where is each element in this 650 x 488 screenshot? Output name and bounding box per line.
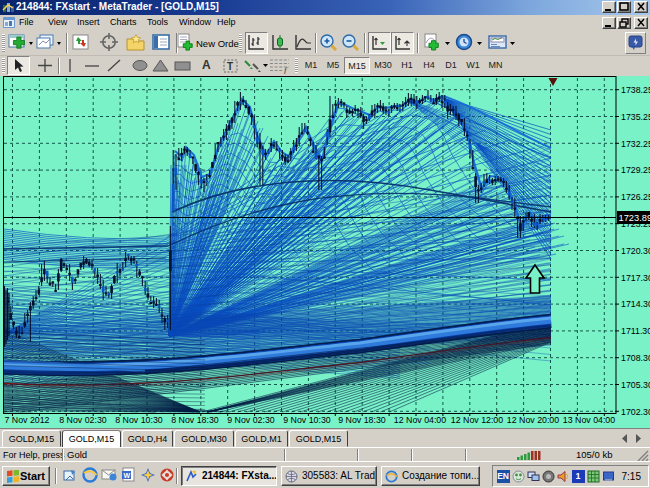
svg-text:8 Nov 18:30: 8 Nov 18:30 [171,415,219,425]
svg-text:1717.30: 1717.30 [621,273,650,283]
svg-text:1711.30: 1711.30 [621,326,650,336]
svg-text:9 Nov 18:30: 9 Nov 18:30 [338,415,386,425]
svg-text:1723.89: 1723.89 [619,213,650,223]
svg-text:9 Nov 02:30: 9 Nov 02:30 [227,415,275,425]
svg-text:f: f [284,65,288,74]
svg-text:8 Nov 02:30: 8 Nov 02:30 [59,415,107,425]
svg-text:1732.25: 1732.25 [621,139,650,149]
svg-text:1705.30: 1705.30 [621,380,650,390]
svg-text:1735.25: 1735.25 [621,112,650,122]
svg-text:7 Nov 2012: 7 Nov 2012 [5,415,50,425]
svg-text:8 Nov 10:30: 8 Nov 10:30 [115,415,163,425]
svg-text:9 Nov 10:30: 9 Nov 10:30 [283,415,331,425]
svg-text:12 Nov 12:00: 12 Nov 12:00 [451,415,503,425]
svg-text:1729.25: 1729.25 [621,165,650,175]
svg-text:1738.25: 1738.25 [621,85,650,95]
svg-text:12 Nov 04:00: 12 Nov 04:00 [394,415,446,425]
svg-text:1708.30: 1708.30 [621,353,650,363]
svg-text:T: T [227,61,233,72]
svg-text:W: W [124,472,131,479]
svg-text:1720.30: 1720.30 [621,246,650,256]
svg-text:12 Nov 20:00: 12 Nov 20:00 [507,415,559,425]
svg-text:1726.25: 1726.25 [621,192,650,202]
svg-text:13 Nov 04:00: 13 Nov 04:00 [563,415,615,425]
svg-text:1702.30: 1702.30 [621,407,650,417]
svg-text:1714.30: 1714.30 [621,299,650,309]
